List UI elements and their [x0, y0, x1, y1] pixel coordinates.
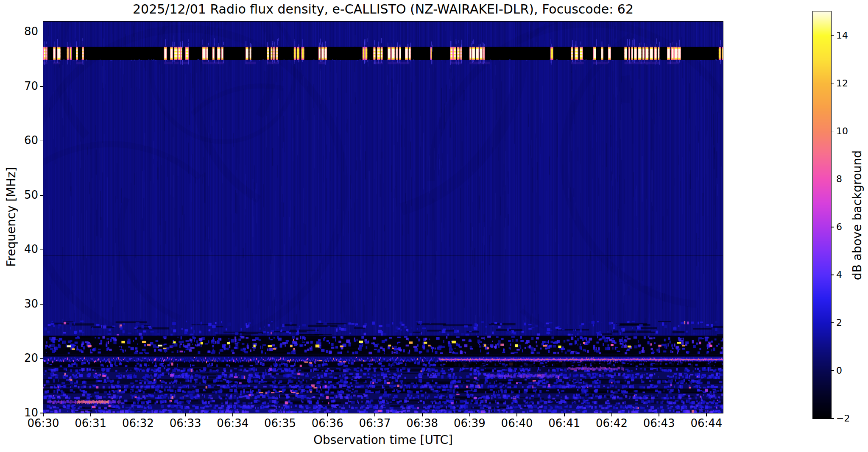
- y-tick-mark: [40, 358, 43, 359]
- y-tick-label: 60: [12, 134, 38, 147]
- x-tick-label: 06:34: [217, 417, 248, 430]
- x-tick-mark: [611, 413, 612, 416]
- y-tick-mark: [40, 195, 43, 196]
- y-tick-label: 30: [12, 297, 38, 310]
- colorbar-tick-mark: [832, 131, 834, 132]
- x-tick-mark: [327, 413, 328, 416]
- colorbar-tick-label: 2: [836, 317, 842, 328]
- y-tick-label: 20: [12, 352, 38, 364]
- x-axis-label: Observation time [UTC]: [43, 433, 723, 447]
- y-tick-label: 80: [12, 25, 38, 38]
- x-tick-label: 06:32: [122, 417, 154, 430]
- colorbar-tick-label: 12: [836, 78, 848, 89]
- x-tick-mark: [185, 413, 186, 416]
- colorbar-label: dB above background: [850, 150, 864, 280]
- x-tick-label: 06:42: [596, 417, 628, 430]
- spectrogram-heatmap: [43, 22, 723, 413]
- figure: 2025/12/01 Radio flux density, e-CALLIST…: [0, 0, 868, 452]
- colorbar-tick-label: 10: [836, 126, 848, 136]
- y-tick-mark: [40, 250, 43, 250]
- colorbar: [812, 11, 832, 419]
- colorbar-tick-label: 6: [836, 222, 842, 232]
- x-tick-mark: [469, 413, 470, 416]
- y-tick-label: 10: [12, 406, 38, 419]
- x-tick-label: 06:35: [264, 417, 296, 430]
- colorbar-tick-label: 8: [836, 174, 842, 184]
- colorbar-tick-mark: [832, 275, 834, 275]
- colorbar-tick-label: 4: [836, 269, 842, 280]
- x-tick-mark: [43, 413, 44, 416]
- x-tick-label: 06:33: [170, 417, 201, 430]
- colorbar-tick-label: −2: [836, 413, 850, 424]
- y-tick-mark: [40, 32, 43, 33]
- x-tick-label: 06:44: [690, 417, 722, 430]
- chart-title: 2025/12/01 Radio flux density, e-CALLIST…: [43, 2, 723, 17]
- x-tick-mark: [232, 413, 233, 416]
- x-tick-mark: [706, 413, 707, 416]
- y-tick-mark: [40, 86, 43, 87]
- x-tick-mark: [90, 413, 91, 416]
- y-tick-label: 70: [12, 80, 38, 92]
- colorbar-tick-mark: [832, 83, 834, 84]
- colorbar-tick-label: 0: [836, 365, 842, 376]
- x-tick-mark: [564, 413, 565, 416]
- x-tick-mark: [280, 413, 281, 416]
- colorbar-tick-mark: [832, 227, 834, 227]
- colorbar-gradient: [813, 11, 831, 419]
- x-tick-label: 06:37: [359, 417, 391, 430]
- x-tick-mark: [659, 413, 659, 416]
- colorbar-tick-mark: [832, 179, 834, 180]
- x-tick-label: 06:38: [406, 417, 438, 430]
- colorbar-tick-mark: [832, 322, 834, 323]
- x-tick-label: 06:41: [548, 417, 580, 430]
- colorbar-tick-label: 14: [836, 30, 848, 41]
- colorbar-tick-mark: [832, 35, 834, 36]
- y-tick-mark: [40, 141, 43, 141]
- colorbar-tick-mark: [832, 370, 834, 371]
- x-tick-label: 06:36: [312, 417, 343, 430]
- x-tick-mark: [422, 413, 423, 416]
- x-tick-label: 06:31: [75, 417, 106, 430]
- x-tick-mark: [516, 413, 517, 416]
- y-tick-mark: [40, 304, 43, 305]
- plot-area: [43, 21, 723, 413]
- y-tick-mark: [40, 413, 43, 413]
- y-tick-label: 40: [12, 243, 38, 255]
- x-tick-label: 06:40: [501, 417, 533, 430]
- colorbar-tick-mark: [832, 418, 834, 419]
- x-tick-mark: [138, 413, 139, 416]
- y-tick-label: 50: [12, 189, 38, 201]
- x-tick-mark: [374, 413, 375, 416]
- x-tick-label: 06:43: [643, 417, 675, 430]
- x-tick-label: 06:39: [454, 417, 486, 430]
